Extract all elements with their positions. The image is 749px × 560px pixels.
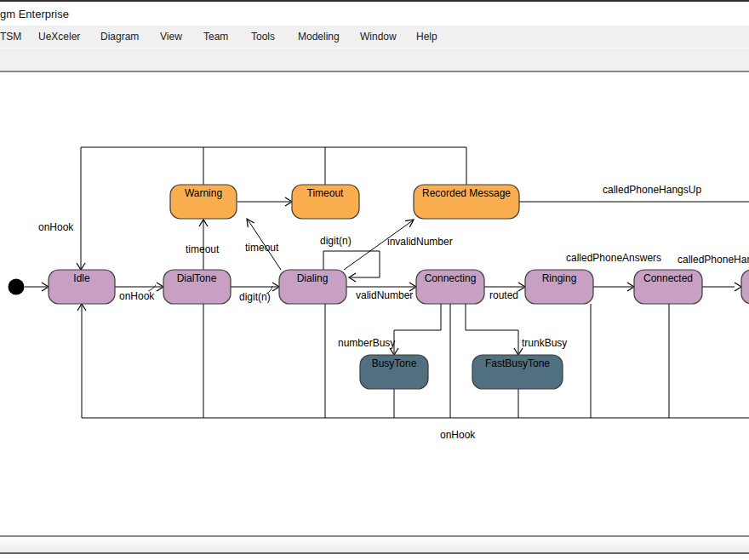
state-recorded-message[interactable]: Recorded Message <box>414 185 519 219</box>
transition-label[interactable]: digit(n) <box>320 235 352 247</box>
transition-label[interactable]: calledPhoneHangsUp <box>603 184 701 196</box>
state-label: BusyTone <box>372 357 417 369</box>
state-label: Recorded Message <box>422 187 511 199</box>
transition-connecting-to-ringing[interactable]: routed <box>484 283 525 301</box>
state-dialtone[interactable]: DialTone <box>163 270 231 304</box>
state-fastbusytone[interactable]: FastBusyTone <box>472 355 563 389</box>
transition-connecting-to-busytone[interactable]: numberBusy <box>338 304 441 355</box>
transition-dialing-to-connecting[interactable]: validNumber <box>346 283 416 301</box>
state-label: Dialing <box>297 272 329 284</box>
bottom-status-bar <box>0 535 749 554</box>
state-busytone[interactable]: BusyTone <box>360 355 428 389</box>
transition-label[interactable]: onHook <box>38 221 74 233</box>
arrowhead-icon <box>735 283 741 291</box>
transition-recorded-to-right[interactable]: calledPhoneHangsUp <box>519 184 749 202</box>
transition-label[interactable]: onHook <box>440 429 476 441</box>
transition-connecting-to-fastbusy[interactable]: trunkBusy <box>466 304 567 355</box>
state-clipped-right[interactable] <box>741 270 749 304</box>
state-label: Ringing <box>542 272 577 284</box>
state-machine-diagram: onHook onHook digit(n) validNumber route… <box>0 0 749 560</box>
state-ringing[interactable]: Ringing <box>525 270 593 304</box>
transition-idle-to-dialtone[interactable]: onHook <box>115 283 163 302</box>
state-timeout[interactable]: Timeout <box>292 185 359 219</box>
transition-label[interactable]: timeout <box>245 242 279 254</box>
transition-label[interactable]: invalidNumber <box>387 236 453 248</box>
transition-line[interactable] <box>466 304 518 353</box>
state-label: Idle <box>73 272 90 284</box>
state-label: FastBusyTone <box>485 357 550 369</box>
transition-warning-to-timeout[interactable] <box>237 197 292 206</box>
transition-label[interactable]: numberBusy <box>338 337 395 349</box>
state-label: DialTone <box>177 272 217 284</box>
state-label: Warning <box>185 187 222 199</box>
transition-initial-to-idle[interactable] <box>25 283 49 291</box>
transition-label[interactable]: timeout <box>186 243 220 255</box>
state-idle[interactable]: Idle <box>49 270 115 304</box>
transition-dialtone-to-warning[interactable]: timeout <box>186 220 220 270</box>
transition-label[interactable]: routed <box>489 289 518 301</box>
transition-dialing-to-warning[interactable]: timeout <box>245 219 281 270</box>
state-connecting[interactable]: Connecting <box>416 270 484 304</box>
transition-label[interactable]: onHook <box>119 290 155 302</box>
state-label: Connecting <box>425 272 477 284</box>
initial-state-dot[interactable] <box>9 279 25 295</box>
initial-state[interactable] <box>9 279 25 295</box>
state-label: Timeout <box>307 187 345 199</box>
state-dialing[interactable]: Dialing <box>279 270 346 304</box>
transition-line[interactable] <box>394 304 441 353</box>
transition-label[interactable]: digit(n) <box>239 291 271 303</box>
state-shape[interactable] <box>741 270 749 304</box>
transition-label[interactable]: calledPhoneHangsUp <box>678 254 749 266</box>
transition-label[interactable]: validNumber <box>356 289 413 301</box>
state-connected[interactable]: Connected <box>634 270 702 304</box>
transition-dialing-to-recorded[interactable]: invalidNumber <box>344 220 453 270</box>
transition-label[interactable]: trunkBusy <box>522 337 567 349</box>
state-warning[interactable]: Warning <box>170 185 237 219</box>
transition-label[interactable]: calledPhoneAnswers <box>566 252 661 264</box>
state-label: Connected <box>643 272 693 284</box>
transition-dialtone-to-dialing[interactable]: digit(n) <box>231 283 279 303</box>
